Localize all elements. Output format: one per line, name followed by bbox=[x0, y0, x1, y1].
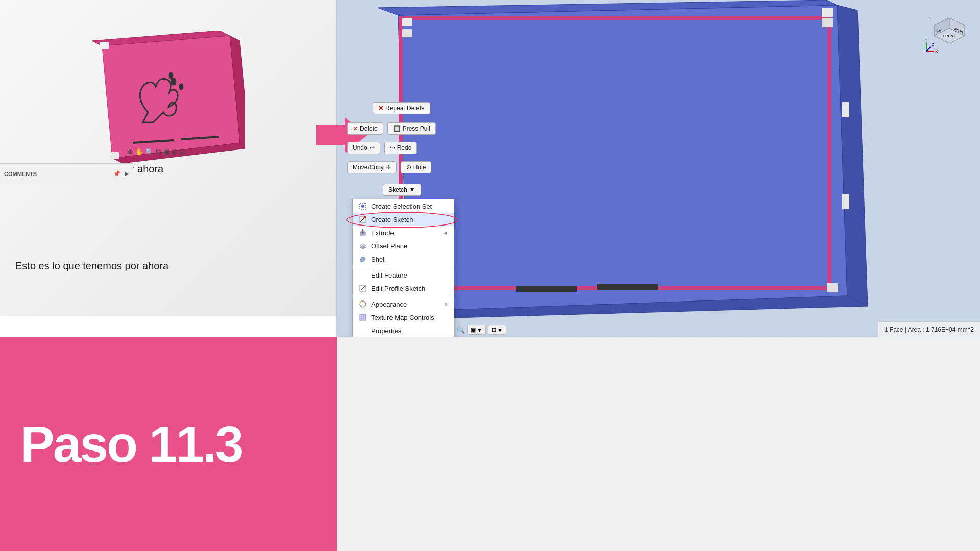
orbit-icon[interactable]: ⊕ bbox=[128, 148, 133, 156]
face-info: 1 Face | Area : 1.716E+04 mm^2 bbox=[885, 326, 974, 333]
edit-profile-sketch-icon bbox=[359, 284, 367, 292]
left-panel: BROWSER 📌 ▶ ▼ 👁 ◆ Cara_A v1 ⚙ ▶ ⚙ Docume… bbox=[0, 0, 337, 337]
menu-item-edit-feature[interactable]: Edit Feature bbox=[353, 268, 454, 282]
separator-1 bbox=[353, 267, 454, 267]
comment-pin[interactable]: 📌 bbox=[113, 170, 120, 177]
comment-expand[interactable]: ▶ bbox=[125, 170, 129, 177]
press-pull-icon: 🔲 bbox=[393, 125, 401, 132]
pan-icon[interactable]: ✋ bbox=[135, 148, 143, 156]
properties-label: Properties bbox=[371, 327, 401, 335]
svg-text:⌂: ⌂ bbox=[927, 15, 930, 20]
properties-icon bbox=[359, 327, 367, 335]
svg-point-8 bbox=[169, 73, 173, 78]
grid-btn[interactable]: ⊞ ▼ bbox=[488, 325, 506, 335]
step-label: Paso 11.3 bbox=[20, 415, 242, 473]
redo-icon: ↪ bbox=[390, 144, 395, 152]
display-style-icon[interactable]: ▣ bbox=[163, 148, 169, 156]
x-icon-repeat: ✕ bbox=[378, 105, 383, 112]
svg-rect-4 bbox=[100, 42, 109, 49]
zoom-icon[interactable]: 🔍 bbox=[145, 148, 154, 156]
grid-btn-icon: ⊞ bbox=[492, 327, 496, 333]
svg-point-28 bbox=[361, 205, 364, 208]
extrude-icon bbox=[359, 229, 367, 237]
grid-btn-arrow: ▼ bbox=[497, 327, 503, 333]
svg-rect-25 bbox=[842, 102, 849, 117]
nav-cube[interactable]: FRONT TOP RIGHT ⌂ X Y Z bbox=[924, 10, 970, 56]
toolbar-row-4: Move/Copy ✛ ⊙ Hole bbox=[347, 161, 431, 173]
display-mode-icon: ▣ bbox=[471, 327, 476, 333]
extrude-label: Extrude bbox=[371, 229, 394, 237]
description-overlay: Esto es lo que tenemos por ahora bbox=[15, 260, 168, 272]
context-menu: Create Selection Set Create Sketch bbox=[352, 199, 454, 337]
svg-rect-19 bbox=[827, 283, 838, 292]
menu-item-shell[interactable]: Shell bbox=[353, 253, 454, 266]
menu-item-create-selection-set[interactable]: Create Selection Set bbox=[353, 199, 454, 213]
display-mode-btn[interactable]: ▣ ▼ bbox=[467, 325, 486, 335]
bottom-bar: Paso 11.3 bbox=[0, 337, 337, 551]
zoom-fit-icon[interactable]: ⊡ bbox=[156, 148, 161, 156]
delete-button[interactable]: ✕ Delete bbox=[347, 122, 383, 135]
svg-text:X: X bbox=[935, 49, 938, 54]
undo-button[interactable]: Undo ↩ bbox=[347, 142, 380, 154]
zoom-icon-r[interactable]: 🔍 bbox=[457, 326, 465, 334]
appearance-label: Appearance bbox=[371, 300, 407, 308]
repeat-delete-btn[interactable]: ✕ Repeat Delete bbox=[373, 102, 430, 114]
chevron-down-icon: ▼ bbox=[409, 186, 415, 193]
appearance-shortcut: a bbox=[445, 302, 448, 307]
selection-set-icon bbox=[359, 202, 367, 210]
svg-rect-26 bbox=[842, 194, 849, 209]
svg-point-6 bbox=[172, 79, 176, 85]
hole-button[interactable]: ⊙ Hole bbox=[401, 161, 432, 173]
grid-icon[interactable]: ⊞ bbox=[172, 148, 177, 156]
svg-line-39 bbox=[361, 286, 365, 290]
repeat-delete-button[interactable]: ✕ Repeat Delete bbox=[373, 102, 430, 114]
sketch-dropdown-btn[interactable]: Sketch ▼ bbox=[383, 184, 421, 196]
press-pull-button[interactable]: 🔲 Press Pull bbox=[387, 122, 436, 135]
toolbar-row-2: ✕ Delete 🔲 Press Pull bbox=[347, 122, 436, 135]
offset-plane-icon bbox=[359, 242, 367, 250]
edit-feature-label: Edit Feature bbox=[371, 271, 407, 279]
svg-text:Y: Y bbox=[925, 38, 928, 43]
view-options-icon[interactable]: ⊟ bbox=[179, 148, 185, 156]
menu-item-extrude[interactable]: Extrude ◄ bbox=[353, 226, 454, 239]
svg-text:FRONT: FRONT bbox=[943, 34, 956, 38]
svg-line-60 bbox=[926, 47, 931, 51]
move-copy-button[interactable]: Move/Copy ✛ bbox=[347, 161, 397, 173]
svg-rect-21 bbox=[402, 18, 412, 26]
svg-rect-23 bbox=[516, 286, 577, 292]
shell-label: Shell bbox=[371, 256, 386, 263]
status-bar-right: 1 Face | Area : 1.716E+04 mm^2 bbox=[878, 321, 980, 337]
viewport-toolbar-left: ⊕ ✋ 🔍 ⊡ ▣ ⊞ ⊟ bbox=[128, 148, 185, 156]
create-sketch-label: Create Sketch bbox=[371, 216, 413, 223]
menu-item-create-sketch[interactable]: Create Sketch bbox=[353, 213, 454, 226]
svg-marker-12 bbox=[398, 5, 847, 311]
create-sketch-icon bbox=[359, 215, 367, 223]
svg-point-31 bbox=[364, 216, 366, 218]
menu-item-edit-profile-sketch[interactable]: Edit Profile Sketch bbox=[353, 282, 454, 295]
move-icon: ✛ bbox=[386, 164, 391, 171]
display-mode-arrow: ▼ bbox=[477, 327, 482, 333]
texture-map-label: Texture Map Controls bbox=[371, 314, 434, 321]
svg-marker-37 bbox=[360, 244, 366, 247]
extrude-arrow: ◄ bbox=[443, 230, 448, 236]
svg-rect-24 bbox=[597, 284, 658, 290]
menu-item-texture-map[interactable]: Texture Map Controls bbox=[353, 311, 454, 324]
svg-point-41 bbox=[360, 301, 366, 307]
svg-text:Z: Z bbox=[932, 42, 934, 47]
toolbar-row-3: Undo ↩ ↪ Redo bbox=[347, 142, 417, 154]
edit-profile-sketch-label: Edit Profile Sketch bbox=[371, 285, 425, 292]
menu-item-offset-plane[interactable]: Offset Plane bbox=[353, 239, 454, 253]
menu-item-properties[interactable]: Properties bbox=[353, 324, 454, 337]
svg-rect-5 bbox=[110, 152, 119, 159]
offset-plane-label: Offset Plane bbox=[371, 242, 407, 250]
redo-button[interactable]: ↪ Redo bbox=[384, 142, 418, 154]
undo-icon: ↩ bbox=[370, 144, 375, 152]
menu-item-appearance[interactable]: Appearance a bbox=[353, 297, 454, 311]
edit-feature-icon bbox=[359, 271, 367, 279]
svg-point-7 bbox=[180, 84, 183, 89]
comment-label: COMMENTS bbox=[4, 171, 37, 177]
svg-rect-17 bbox=[822, 8, 833, 17]
svg-rect-22 bbox=[402, 29, 412, 37]
svg-rect-18 bbox=[822, 18, 833, 27]
shell-icon bbox=[359, 255, 367, 263]
